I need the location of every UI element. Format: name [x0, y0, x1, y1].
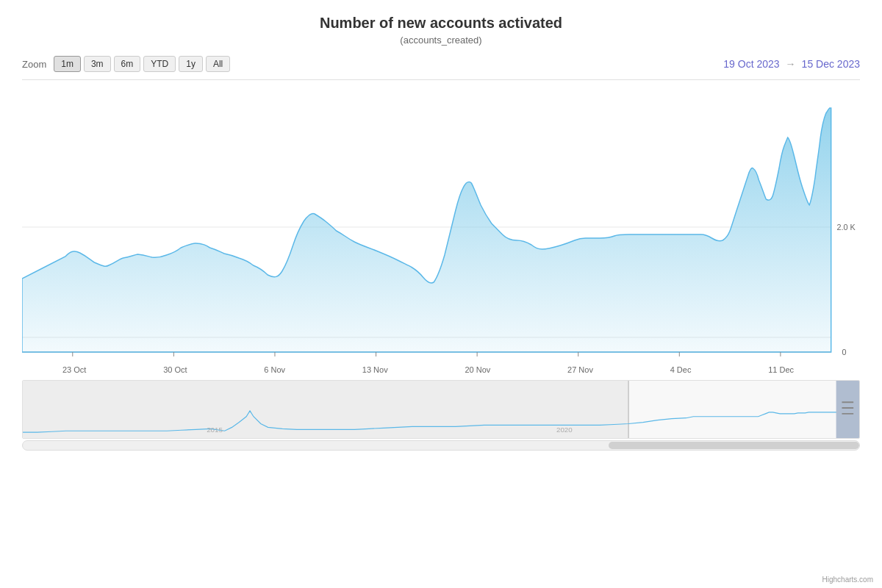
zoom-1y-button[interactable]: 1y: [179, 56, 203, 72]
svg-text:2020: 2020: [556, 426, 573, 434]
zoom-label: Zoom: [22, 59, 46, 70]
x-label-30oct: 30 Oct: [163, 365, 187, 374]
y-label-2k: 2.0 K: [837, 223, 856, 232]
x-label-23oct: 23 Oct: [62, 365, 86, 374]
navigator-svg: 2015 2020: [23, 381, 859, 438]
zoom-3m-button[interactable]: 3m: [84, 56, 111, 72]
zoom-1m-button[interactable]: 1m: [54, 56, 81, 72]
svg-rect-16: [836, 381, 859, 438]
y-label-0: 0: [842, 348, 846, 356]
x-label-11dec: 11 Dec: [768, 365, 794, 374]
zoom-bar: Zoom 1m 3m 6m YTD 1y All 19 Oct 2023 → 1…: [7, 56, 875, 79]
scrollbar-thumb[interactable]: [609, 442, 859, 449]
zoom-all-button[interactable]: All: [206, 56, 230, 72]
navigator-container[interactable]: 2015 2020: [22, 380, 860, 439]
zoom-ytd-button[interactable]: YTD: [143, 56, 176, 72]
main-chart-svg: 2.0 K 0: [22, 80, 860, 374]
date-arrow: →: [786, 58, 796, 70]
x-label-20nov: 20 Nov: [465, 365, 490, 374]
chart-container: Number of new accounts activated (accoun…: [0, 0, 882, 588]
x-label-13nov: 13 Nov: [362, 365, 388, 374]
main-chart-area[interactable]: 2.0 K 0 23 Oct 30 Oct 6 Nov 13 Nov 20 No…: [22, 80, 860, 374]
chart-title: Number of new accounts activated: [7, 15, 875, 32]
highcharts-credit: Highcharts.com: [822, 576, 873, 584]
chart-subtitle: (accounts_created): [7, 35, 875, 46]
date-from[interactable]: 19 Oct 2023: [723, 58, 779, 70]
x-label-27nov: 27 Nov: [567, 365, 593, 374]
date-to[interactable]: 15 Dec 2023: [802, 58, 860, 70]
zoom-controls: Zoom 1m 3m 6m YTD 1y All: [22, 56, 230, 72]
scrollbar[interactable]: [22, 440, 860, 451]
zoom-6m-button[interactable]: 6m: [114, 56, 141, 72]
date-range: 19 Oct 2023 → 15 Dec 2023: [723, 58, 860, 70]
x-label-4dec: 4 Dec: [670, 365, 692, 374]
svg-text:2015: 2015: [207, 426, 223, 434]
x-label-6nov: 6 Nov: [264, 365, 285, 374]
